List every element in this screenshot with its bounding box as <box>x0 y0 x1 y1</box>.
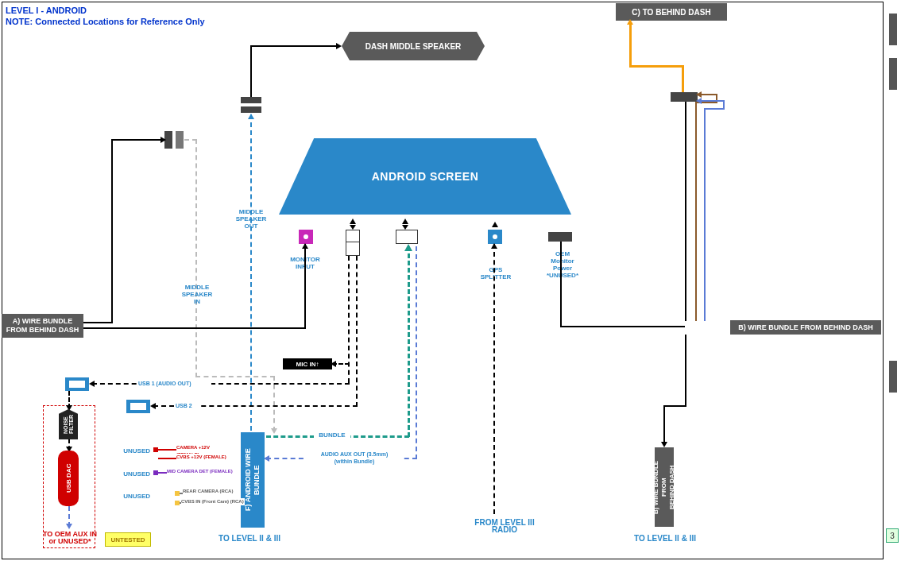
arrow-up-icon <box>302 243 308 249</box>
rearcam-label: REAR CAMERA (RCA) <box>183 488 238 495</box>
bundle-b-label: B) WIRE BUNDLE FROM BEHIND DASH <box>652 460 676 513</box>
wire-blue <box>704 108 725 110</box>
noise-filter: NOISE FILTER <box>59 409 78 439</box>
header-line1: LEVEL I - ANDROID <box>6 5 205 16</box>
wire-dashed-teal <box>408 246 410 437</box>
usb-dac: USB DAC <box>58 451 79 506</box>
usb1-port <box>65 377 89 391</box>
wire-blue <box>698 100 725 102</box>
arrow-down-icon <box>661 442 667 447</box>
screen-port-a2 <box>346 242 360 256</box>
arrow-left-icon <box>696 91 702 98</box>
wire-dashed-black <box>92 383 350 385</box>
wire-bundle-a-bar: A) WIRE BUNDLE FROM BEHIND DASH <box>2 314 83 338</box>
arrow-down-icon <box>402 225 408 230</box>
gps-splitter-label: GPS SPLITTER <box>479 266 512 280</box>
wire-bundle-b-vertical: B) WIRE BUNDLE FROM BEHIND DASH <box>655 447 674 527</box>
page-side-icon <box>886 528 899 543</box>
unused-label: UNUSED <box>118 447 150 455</box>
arrow-up-icon <box>492 222 498 227</box>
scroll-indicator <box>889 361 897 393</box>
wire-dashed-gray <box>195 376 275 377</box>
page: LEVEL I - ANDROID NOTE: Connected Locati… <box>0 0 901 588</box>
wire-dashed-black <box>493 244 495 514</box>
dash-middle-speaker: DASH MIDDLE SPEAKER <box>342 32 485 60</box>
arrow-left-icon <box>150 403 156 409</box>
wire-orange <box>682 65 684 92</box>
wire-brown <box>695 102 697 321</box>
from-level3-label: FROM LEVEL III RADIO <box>469 519 540 533</box>
wire-black <box>111 139 113 323</box>
unused-label: UNUSED <box>118 470 150 478</box>
wire-black <box>111 139 164 141</box>
wire-dashed-gray <box>195 139 197 377</box>
arrow-up-icon <box>402 219 408 224</box>
bundle-label: BUNDLE <box>314 431 350 439</box>
arrow-down-icon <box>66 524 72 529</box>
fbundle-label: F) ANDROID WIRE BUNDLE <box>244 449 261 512</box>
arrow-up-icon <box>404 244 412 251</box>
arrow-down-icon <box>350 225 356 230</box>
wire-black <box>560 242 562 327</box>
header-note: LEVEL I - ANDROID NOTE: Connected Locati… <box>6 5 205 27</box>
android-screen: ANDROID SCREEN <box>279 138 571 215</box>
wire-black <box>663 405 686 407</box>
arrow-up-icon <box>491 243 497 249</box>
to-oem-aux-label: TO OEM AUX IN or UNUSED* <box>35 531 105 545</box>
middle-speaker-out-plug <box>241 97 261 113</box>
wire-black <box>83 322 112 323</box>
mic-in-label: MIC IN↑ <box>283 358 332 369</box>
wire-black <box>685 102 686 321</box>
wire-orange <box>629 65 683 68</box>
arrow-left-icon <box>696 98 702 104</box>
arrow-up-icon <box>627 19 633 25</box>
to-level-left: TO LEVEL II & III <box>218 534 280 543</box>
arrow-up-icon <box>350 219 356 224</box>
midcam-label: MID CAMERA DET (FEMALE) <box>167 468 238 475</box>
oem-monitor-power-plug <box>548 232 572 242</box>
header-line2: NOTE: Connected Locations for Reference … <box>6 16 205 27</box>
wire-black <box>250 45 338 47</box>
audio-aux-label: AUDIO AUX OUT (3.5mm) (within Bundle) <box>307 451 402 465</box>
monitor-input-port <box>299 230 313 244</box>
wire-dashed-midblue <box>416 246 417 459</box>
scroll-indicator <box>889 58 897 90</box>
gps-splitter-port <box>488 230 502 244</box>
wire-black <box>250 45 252 97</box>
bar-a-line1: A) WIRE BUNDLE <box>13 317 73 326</box>
usb2-label: USB 2 <box>174 402 201 409</box>
to-behind-dash-box: C) TO BEHIND DASH <box>616 3 727 21</box>
bar-a-line2: FROM BEHIND DASH <box>6 326 79 335</box>
to-level-right: TO LEVEL II & III <box>634 534 696 543</box>
wire-orange <box>629 22 632 67</box>
arrow-left-icon <box>89 381 95 387</box>
arrow-right-icon <box>336 43 342 49</box>
wire-black <box>304 244 306 327</box>
cvbs-in-label: CVBS IN (Front Cam) (RCA) <box>181 498 245 505</box>
cvbs12v-label: CVBS +12V (FEMALE) <box>176 454 232 461</box>
noise-filter-label: NOISE FILTER <box>63 415 74 434</box>
plug-gray-light <box>176 131 184 149</box>
untested-badge: UNTESTED <box>105 532 151 547</box>
scroll-indicator <box>889 14 897 45</box>
wire-black <box>560 326 685 327</box>
wire-black <box>685 335 686 406</box>
wire-dashed-black <box>356 256 358 407</box>
android-wire-bundle: F) ANDROID WIRE BUNDLE <box>241 432 265 528</box>
oem-monitor-power-label: OEM Monitor Power *UNUSED* <box>547 250 578 279</box>
wire-blue <box>704 108 706 321</box>
connector-block <box>671 92 698 102</box>
wire-bundle-b-bar: B) WIRE BUNDLE FROM BEHIND DASH <box>730 320 881 335</box>
middle-speaker-in-label: MIDDLE SPEAKER IN <box>179 284 215 305</box>
unused-label: UNUSED <box>118 493 150 500</box>
wire-black <box>83 327 306 329</box>
arrow-right-icon <box>160 137 166 143</box>
arrow-down-icon <box>271 428 277 434</box>
wire-dashed-gray <box>184 139 197 141</box>
usb1-label: USB 1 (AUDIO OUT) <box>137 380 211 387</box>
wire-black <box>663 405 665 445</box>
middle-speaker-out-label: MIDDLE SPEAKER OUT <box>233 208 269 230</box>
arrow-left-icon <box>264 455 269 462</box>
arrow-up-icon <box>248 114 254 119</box>
screen-port-b <box>396 230 418 244</box>
